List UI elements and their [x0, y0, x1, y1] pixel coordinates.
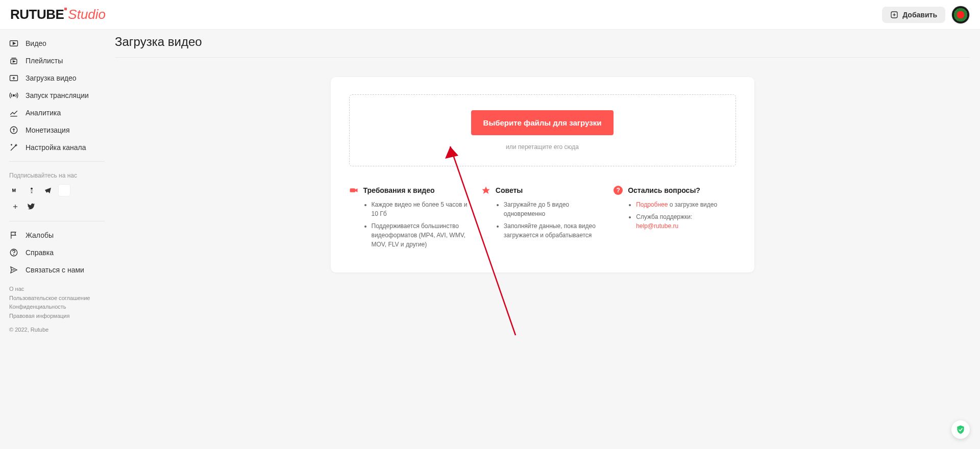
subscribe-label: Подписывайтесь на нас — [9, 172, 95, 179]
info-title: Советы — [496, 186, 523, 194]
support-label: Служба поддержки: — [636, 213, 692, 220]
footer-link[interactable]: Пользовательское соглашение — [9, 294, 95, 303]
flag-icon — [9, 231, 18, 240]
logo-primary: RUTUBE — [10, 7, 64, 22]
upload-card: Выберите файлы для загрузки или перетащи… — [331, 77, 754, 272]
svg-point-10 — [13, 95, 15, 96]
nav-label: Жалобы — [26, 231, 54, 239]
logo[interactable]: RUTUBE Studio — [10, 7, 106, 22]
footer-link[interactable]: О нас — [9, 285, 95, 294]
star-icon — [481, 186, 491, 195]
header: RUTUBE Studio Добавить — [0, 0, 980, 30]
twitter-icon — [28, 203, 36, 211]
info-item: Заполняйте данные, пока видео загружаетс… — [504, 221, 603, 240]
subscribe-block: Подписывайтесь на нас — [0, 167, 105, 216]
page-title: Загрузка видео — [115, 35, 970, 58]
nav-label: Запуск трансляции — [26, 91, 89, 99]
question-icon: ? — [614, 186, 623, 195]
svg-point-24 — [14, 254, 14, 255]
vk-icon — [11, 186, 19, 194]
camera-icon — [349, 186, 358, 195]
telegram-icon — [44, 186, 52, 194]
social-telegram[interactable] — [42, 184, 54, 196]
divider — [9, 161, 105, 162]
sidebar: Видео Плейлисты Загрузка видео Запуск тр… — [0, 30, 105, 449]
nav-complaints[interactable]: Жалобы — [0, 227, 105, 244]
divider — [9, 221, 105, 221]
nav-label: Загрузка видео — [26, 74, 77, 82]
nav-label: Справка — [26, 248, 54, 257]
nav-label: Аналитика — [26, 109, 61, 117]
main-content: Загрузка видео Выберите файлы для загруз… — [105, 30, 980, 449]
more-suffix: о загрузке видео — [668, 201, 717, 208]
nav-monetization[interactable]: Монетизация — [0, 121, 105, 139]
plus-icon — [12, 203, 19, 210]
info-tips: Советы Загружайте до 5 видео одновременн… — [481, 186, 603, 252]
security-shield-badge[interactable] — [951, 420, 970, 439]
footer-link[interactable]: Конфиденциальность — [9, 303, 95, 312]
footer-block: О нас Пользовательское соглашение Конфид… — [0, 279, 105, 335]
info-item: Служба поддержки:help@rutube.ru — [636, 212, 736, 231]
info-questions: ? Остались вопросы? Подробнее о загрузке… — [614, 186, 736, 252]
info-item: Поддерживается большинство видеоформатов… — [372, 221, 471, 249]
svg-marker-7 — [13, 61, 15, 62]
select-files-button[interactable]: Выберите файлы для загрузки — [471, 110, 614, 135]
nav-playlists[interactable]: Плейлисты — [0, 52, 105, 69]
monetization-icon — [9, 126, 18, 135]
nav-label: Настройка канала — [26, 143, 86, 152]
svg-rect-26 — [350, 188, 355, 192]
logo-secondary: Studio — [68, 7, 106, 22]
add-button[interactable]: Добавить — [882, 7, 945, 23]
social-twitter[interactable] — [26, 201, 38, 213]
nav-settings[interactable]: Настройка канала — [0, 139, 105, 156]
svg-point-20 — [31, 188, 33, 190]
more-link[interactable]: Подробнее — [636, 201, 668, 208]
info-requirements: Требования к видео Каждое видео не более… — [349, 186, 471, 252]
info-title: Остались вопросы? — [628, 186, 700, 194]
shield-check-icon — [955, 425, 966, 435]
nav-broadcast[interactable]: Запуск трансляции — [0, 87, 105, 104]
nav-label: Видео — [26, 39, 46, 47]
drag-hint: или перетащите его сюда — [360, 143, 725, 151]
nav-help[interactable]: Справка — [0, 244, 105, 261]
add-button-label: Добавить — [902, 11, 937, 19]
info-title: Требования к видео — [363, 186, 435, 194]
info-item: Каждое видео не более 5 часов и 10 Гб — [372, 200, 471, 218]
video-icon — [9, 39, 18, 48]
nav-label: Плейлисты — [26, 57, 63, 65]
info-item: Подробнее о загрузке видео — [636, 200, 736, 209]
svg-marker-27 — [482, 187, 489, 194]
social-ok[interactable] — [26, 184, 38, 196]
plus-box-icon — [890, 11, 898, 19]
info-item: Загружайте до 5 видео одновременно — [504, 200, 603, 218]
nav-upload[interactable]: Загрузка видео — [0, 69, 105, 87]
help-icon — [9, 248, 18, 257]
playlist-icon — [9, 56, 18, 65]
analytics-icon — [9, 108, 18, 117]
nav-contact[interactable]: Связаться с нами — [0, 261, 105, 279]
nav-analytics[interactable]: Аналитика — [0, 104, 105, 121]
nav-label: Связаться с нами — [26, 266, 84, 274]
social-plus[interactable] — [9, 201, 21, 213]
ok-icon — [28, 186, 36, 194]
svg-marker-4 — [13, 42, 16, 45]
wand-icon — [9, 143, 18, 152]
info-columns: Требования к видео Каждое видео не более… — [349, 182, 736, 252]
upload-video-icon — [9, 73, 18, 83]
contact-icon — [9, 265, 18, 275]
avatar[interactable] — [951, 6, 970, 24]
footer-link[interactable]: Правовая информация — [9, 312, 95, 321]
svg-line-15 — [11, 145, 16, 151]
drop-zone[interactable]: Выберите файлы для загрузки или перетащи… — [349, 94, 736, 166]
social-blank[interactable] — [58, 184, 70, 196]
broadcast-icon — [9, 91, 18, 100]
support-email[interactable]: help@rutube.ru — [636, 222, 678, 230]
nav-label: Монетизация — [26, 126, 70, 134]
copyright: © 2022, Rutube — [9, 327, 95, 333]
social-vk[interactable] — [9, 184, 21, 196]
nav-video[interactable]: Видео — [0, 35, 105, 52]
